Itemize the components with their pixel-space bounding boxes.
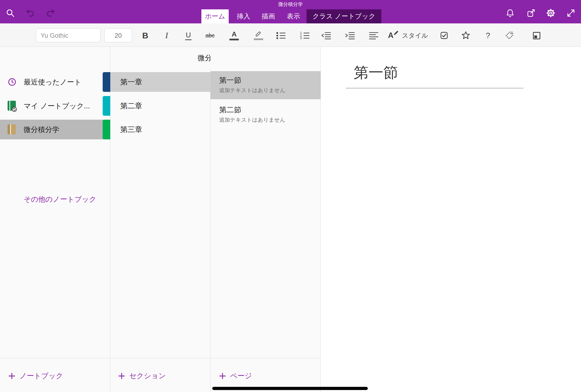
notebook-color-strip (103, 96, 110, 116)
question-tag-icon[interactable]: ? (481, 28, 495, 43)
plus-icon (218, 372, 227, 380)
styles-button[interactable]: A スタイル (388, 28, 428, 43)
fullscreen-expand-icon[interactable] (566, 8, 576, 18)
notebooks-sidebar: 最近使ったノート マイ ノートブック... 微分積分学 その他のノートブック ノ… (0, 47, 110, 392)
font-color-icon[interactable]: A (227, 28, 241, 43)
add-notebook-label: ノートブック (19, 371, 63, 381)
add-page-label: ページ (230, 371, 252, 381)
page-editor[interactable]: 第一節 (321, 47, 581, 392)
section-item[interactable]: 第三章 (110, 120, 210, 139)
tab-view[interactable]: 表示 (284, 9, 303, 24)
tab-insert[interactable]: 挿入 (234, 9, 253, 24)
font-size-select[interactable]: 20 (104, 28, 132, 42)
undo-icon[interactable] (25, 8, 35, 18)
sticky-note-icon[interactable] (530, 28, 543, 43)
section-item[interactable]: 第二章 (110, 96, 210, 116)
tab-home[interactable]: ホーム (201, 9, 229, 24)
brush-icon (391, 30, 399, 38)
italic-icon[interactable]: I (160, 28, 174, 43)
settings-gear-icon[interactable] (546, 8, 556, 18)
outdent-icon[interactable] (319, 28, 333, 43)
page-title-text[interactable]: 第一節 (354, 64, 398, 81)
tab-draw[interactable]: 描画 (258, 9, 278, 24)
notebook-sync-icon (7, 101, 17, 111)
bold-icon[interactable]: B (138, 28, 152, 43)
formatting-toolbar: Yu Gothic 20 B I U abc A 123 A (0, 24, 581, 47)
notebook-color-strip (103, 120, 110, 139)
numbered-list-icon[interactable]: 123 (298, 28, 312, 43)
add-section-label: セクション (129, 371, 166, 381)
font-family-select[interactable]: Yu Gothic (36, 28, 100, 42)
add-section-button[interactable]: セクション (117, 366, 166, 386)
document-title: 微分積分学 (0, 1, 581, 8)
notifications-bell-icon[interactable] (505, 8, 515, 18)
redo-icon[interactable] (45, 8, 55, 18)
onenote-app: 微分積分学 ホーム 挿入 描画 表示 クラス ノートブック Yu Gothic (0, 0, 581, 392)
sidebar-item-calculus-notebook[interactable]: 微分積分学 (0, 120, 110, 139)
underline-icon[interactable]: U (181, 28, 195, 43)
tab-class-notebook[interactable]: クラス ノートブック (307, 9, 381, 24)
sidebar-item-label: 微分積分学 (24, 120, 59, 139)
sections-list: 第一章 第二章 第三章 セクション (110, 47, 210, 392)
share-icon[interactable] (526, 8, 536, 18)
pages-list: 第一節 追加テキストはありません 第二節 追加テキストはありません ページ (210, 47, 321, 392)
bullet-list-icon[interactable] (274, 28, 288, 43)
notebook-color-strip (103, 72, 110, 92)
home-indicator-bar[interactable] (212, 387, 368, 390)
star-icon[interactable] (459, 28, 473, 43)
add-page-button[interactable]: ページ (218, 366, 252, 386)
tag-icon[interactable] (503, 28, 516, 43)
page-item[interactable]: 第一節 追加テキストはありません (210, 71, 321, 99)
plus-icon (117, 372, 126, 380)
top-app-bar: 微分積分学 ホーム 挿入 描画 表示 クラス ノートブック (0, 0, 581, 24)
sidebar-item-label: 最近使ったノート (24, 72, 81, 92)
sidebar-item-my-notebook[interactable]: マイ ノートブック... (0, 96, 110, 116)
more-notebooks-link[interactable]: その他のノートブック (24, 194, 96, 204)
sidebar-item-recent-notes[interactable]: 最近使ったノート (0, 72, 110, 92)
sidebar-item-label: マイ ノートブック... (24, 96, 90, 116)
section-item[interactable]: 第一章 (110, 72, 210, 92)
clock-icon (7, 77, 17, 87)
bottom-divider (0, 358, 321, 358)
search-icon[interactable] (5, 8, 15, 18)
plus-icon (8, 372, 16, 380)
strikethrough-icon[interactable]: abc (203, 28, 217, 43)
highlighter-icon[interactable] (252, 28, 265, 43)
page-item[interactable]: 第二節 追加テキストはありません (210, 101, 321, 129)
add-notebook-button[interactable]: ノートブック (8, 366, 63, 386)
notebook-icon (7, 124, 17, 135)
align-icon[interactable] (367, 28, 381, 43)
style-label: スタイル (402, 31, 428, 40)
title-underline (346, 88, 523, 88)
todo-checkbox-icon[interactable] (437, 28, 451, 43)
svg-text:3: 3 (300, 36, 302, 40)
indent-icon[interactable] (343, 28, 357, 43)
